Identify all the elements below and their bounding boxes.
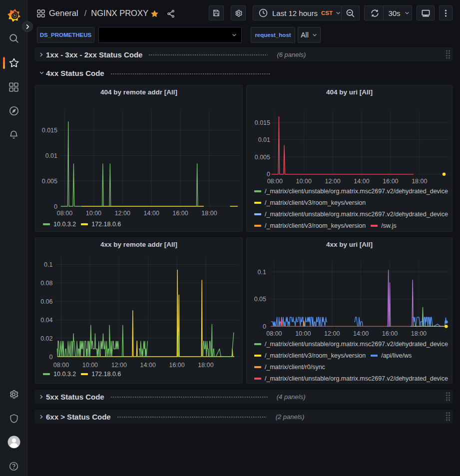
svg-text:0: 0 <box>54 203 57 210</box>
svg-text:0.08: 0.08 <box>40 280 52 287</box>
svg-text:14:00: 14:00 <box>140 362 156 369</box>
svg-text:10:00: 10:00 <box>296 178 312 185</box>
svg-text:10:00: 10:00 <box>82 362 98 369</box>
svg-text:0.05: 0.05 <box>254 296 266 303</box>
svg-text:0.01: 0.01 <box>45 152 57 159</box>
svg-text:12:00: 12:00 <box>325 178 340 185</box>
svg-text:18:00: 18:00 <box>198 362 213 369</box>
svg-text:10:00: 10:00 <box>295 330 311 337</box>
svg-text:12:00: 12:00 <box>115 210 130 217</box>
svg-text:0.1: 0.1 <box>258 269 266 276</box>
svg-text:0: 0 <box>49 354 53 361</box>
svg-text:08:00: 08:00 <box>266 330 282 337</box>
svg-text:0.04: 0.04 <box>40 317 52 324</box>
svg-text:0: 0 <box>263 323 266 330</box>
svg-text:16:00: 16:00 <box>383 178 398 185</box>
svg-text:08:00: 08:00 <box>53 362 69 369</box>
svg-text:18:00: 18:00 <box>201 210 217 217</box>
svg-text:08:00: 08:00 <box>267 178 283 185</box>
svg-text:18:00: 18:00 <box>412 178 427 185</box>
svg-text:16:00: 16:00 <box>382 330 398 337</box>
svg-text:0.005: 0.005 <box>42 178 57 185</box>
svg-text:16:00: 16:00 <box>172 210 188 217</box>
svg-text:18:00: 18:00 <box>411 330 427 337</box>
svg-text:0.005: 0.005 <box>255 154 270 161</box>
svg-text:14:00: 14:00 <box>144 210 159 217</box>
svg-text:0.015: 0.015 <box>255 119 270 126</box>
svg-text:14:00: 14:00 <box>354 178 369 185</box>
svg-text:10:00: 10:00 <box>86 210 101 217</box>
svg-text:0: 0 <box>267 171 270 178</box>
svg-text:08:00: 08:00 <box>57 210 72 217</box>
svg-text:16:00: 16:00 <box>169 362 184 369</box>
svg-text:0.1: 0.1 <box>44 261 52 268</box>
svg-text:0.01: 0.01 <box>258 136 270 143</box>
svg-text:0.02: 0.02 <box>40 335 52 342</box>
svg-text:0.015: 0.015 <box>42 127 57 134</box>
svg-text:12:00: 12:00 <box>324 330 340 337</box>
svg-text:0.06: 0.06 <box>40 298 52 305</box>
svg-text:12:00: 12:00 <box>111 362 127 369</box>
svg-text:14:00: 14:00 <box>353 330 369 337</box>
